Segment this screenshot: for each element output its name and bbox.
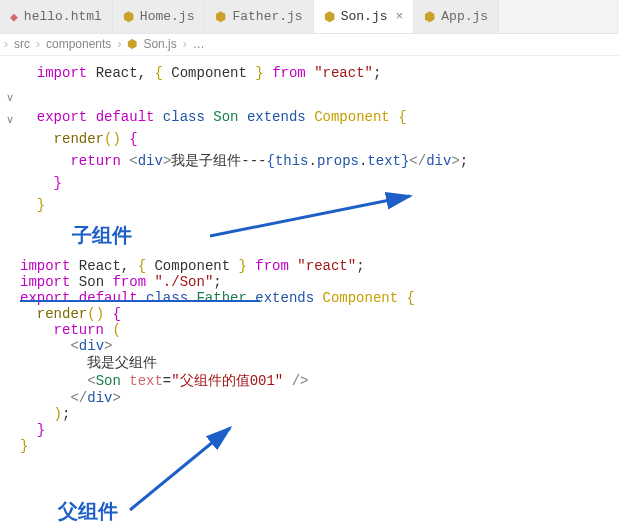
js-file-icon: ⬢: [324, 9, 335, 25]
chevron-right-icon: ›: [36, 37, 40, 51]
tab-label: hello.html: [24, 9, 102, 24]
annotation-label-child: 子组件: [72, 222, 132, 249]
breadcrumb-item[interactable]: src: [14, 37, 30, 51]
fold-caret-icon[interactable]: ∨: [6, 86, 14, 108]
js-file-icon: ⬢: [424, 9, 435, 25]
js-file-icon: ⬢: [215, 9, 226, 25]
tab-father-js[interactable]: ⬢ Father.js: [205, 0, 313, 33]
tab-bar: ◆ hello.html ⬢ Home.js ⬢ Father.js ⬢ Son…: [0, 0, 619, 34]
breadcrumb-item[interactable]: Son.js: [143, 37, 176, 51]
fold-caret-icon[interactable]: ∨: [6, 108, 14, 130]
tab-app-js[interactable]: ⬢ App.js: [414, 0, 499, 33]
breadcrumb-item[interactable]: components: [46, 37, 111, 51]
tab-hello-html[interactable]: ◆ hello.html: [0, 0, 113, 33]
close-icon[interactable]: ×: [395, 9, 403, 24]
js-file-icon: ⬢: [127, 37, 137, 51]
js-file-icon: ⬢: [123, 9, 134, 25]
annotation-label-parent: 父组件: [58, 498, 118, 524]
annotation-underline: [20, 300, 260, 302]
chevron-right-icon: ›: [183, 37, 187, 51]
editor-son[interactable]: ∨ ∨ import React, { Component } from "re…: [0, 56, 619, 216]
tab-label: Father.js: [232, 9, 302, 24]
tab-label: Home.js: [140, 9, 195, 24]
tab-son-js[interactable]: ⬢ Son.js ×: [314, 0, 415, 33]
breadcrumb[interactable]: › src › components › ⬢ Son.js › …: [0, 34, 619, 56]
code-content: import React, { Component } from "react"…: [20, 62, 619, 216]
tab-home-js[interactable]: ⬢ Home.js: [113, 0, 206, 33]
tab-label: App.js: [441, 9, 488, 24]
chevron-right-icon: ›: [4, 37, 8, 51]
editor-father[interactable]: import React, { Component } from "react"…: [20, 258, 607, 454]
tab-label: Son.js: [341, 9, 388, 24]
breadcrumb-item[interactable]: …: [193, 37, 205, 51]
code-content: import React, { Component } from "react"…: [20, 258, 607, 454]
html-file-icon: ◆: [10, 9, 18, 25]
chevron-right-icon: ›: [117, 37, 121, 51]
